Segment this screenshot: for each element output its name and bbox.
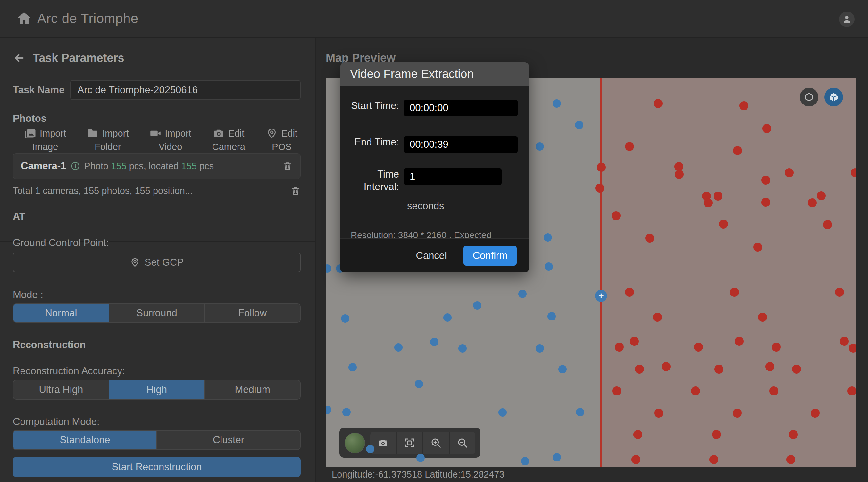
- total-summary-row: Total 1 cameras, 155 photos, 155 positio…: [13, 185, 301, 196]
- start-time-input[interactable]: [404, 100, 518, 116]
- photo-point-blue: [544, 233, 552, 242]
- accuracy-option-high[interactable]: High: [109, 380, 205, 399]
- mode-option-surround[interactable]: Surround: [109, 304, 205, 322]
- photo-point-blue: [366, 445, 374, 453]
- video-frame-extraction-dialog: Video Frame Extraction Start Time: End T…: [340, 63, 529, 272]
- photo-point-red: [762, 124, 771, 133]
- photo-point-red: [733, 409, 742, 418]
- photo-point-red: [817, 191, 826, 200]
- photos-heading: Photos: [13, 113, 301, 124]
- dialog-header: Video Frame Extraction: [340, 63, 529, 86]
- import-image-button[interactable]: Import Image: [24, 128, 66, 152]
- task-name-input[interactable]: [70, 80, 301, 100]
- edit-camera-button[interactable]: Edit Camera: [212, 128, 245, 152]
- photo-point-red: [704, 198, 713, 207]
- photo-point-blue: [536, 142, 544, 151]
- layers-hexagon-button[interactable]: [800, 88, 818, 106]
- computation-option-standalone[interactable]: Standalone: [13, 431, 157, 449]
- task-parameters-panel: Task Parameters Task Name Photos Import …: [0, 38, 316, 482]
- photo-point-blue: [416, 454, 425, 462]
- computation-mode-label: Computation Mode:: [13, 416, 301, 427]
- confirm-button[interactable]: Confirm: [464, 246, 517, 266]
- photo-point-red: [808, 198, 817, 207]
- mode-label: Mode :: [13, 289, 301, 300]
- divider-line: [600, 78, 602, 467]
- photo-point-red: [709, 455, 718, 464]
- panel-header: Task Parameters: [13, 51, 301, 65]
- photo-point-red: [792, 365, 801, 374]
- photo-point-blue: [430, 338, 438, 346]
- mode-segmented-control: Normal Surround Follow: [13, 303, 301, 323]
- photo-point-red: [595, 184, 604, 193]
- zoom-in-button[interactable]: [423, 432, 450, 454]
- photo-actions: Import Image Import Folder Import Video …: [13, 128, 301, 152]
- photo-point-red: [633, 430, 642, 439]
- photo-point-red: [694, 343, 703, 352]
- photo-point-red: [786, 455, 795, 464]
- photo-point-red: [835, 288, 844, 297]
- snapshot-camera-button[interactable]: [370, 432, 397, 454]
- red-zone-overlay: [601, 78, 856, 467]
- start-time-label: Start Time:: [340, 100, 399, 116]
- photo-point-blue: [341, 314, 349, 323]
- set-gcp-button[interactable]: Set GCP: [13, 253, 301, 272]
- reconstruction-heading: Reconstruction: [13, 339, 301, 351]
- cancel-button[interactable]: Cancel: [416, 250, 447, 261]
- pin-icon: [266, 128, 278, 139]
- home-icon[interactable]: [17, 11, 31, 26]
- basemap-thumbnail[interactable]: [345, 432, 365, 453]
- photo-point-blue: [498, 408, 507, 417]
- dialog-title: Video Frame Extraction: [350, 67, 474, 81]
- time-interval-row: Time Interval:: [340, 168, 529, 193]
- mode-option-normal[interactable]: Normal: [13, 304, 109, 322]
- photo-point-blue: [326, 406, 332, 414]
- time-interval-label: Time Interval:: [340, 168, 399, 193]
- photo-point-blue: [458, 344, 467, 353]
- task-name-row: Task Name: [13, 80, 301, 100]
- dialog-footer: Cancel Confirm: [340, 238, 529, 272]
- photo-point-blue: [576, 408, 584, 416]
- time-interval-input[interactable]: [404, 168, 502, 185]
- edit-pos-button[interactable]: Edit POS: [266, 128, 298, 152]
- photo-point-red: [631, 455, 641, 464]
- photo-point-red: [769, 386, 778, 395]
- accuracy-option-ultra-high[interactable]: Ultra High: [13, 380, 109, 399]
- camera-list-item[interactable]: Camera-1 Photo 155 pcs, located 155 pcs: [13, 153, 301, 179]
- photo-point-red: [691, 386, 700, 395]
- back-icon[interactable]: [13, 52, 26, 64]
- start-reconstruction-button[interactable]: Start Reconstruction: [13, 457, 301, 477]
- photo-point-red: [847, 386, 856, 395]
- end-time-row: End Time:: [340, 136, 529, 153]
- photo-point-red: [654, 409, 663, 418]
- import-folder-button[interactable]: Import Folder: [87, 128, 128, 152]
- mode-option-follow[interactable]: Follow: [205, 304, 300, 322]
- delete-camera-icon[interactable]: [282, 161, 292, 171]
- end-time-input[interactable]: [404, 136, 518, 153]
- photo-point-blue: [521, 457, 529, 465]
- accuracy-option-medium[interactable]: Medium: [205, 380, 300, 399]
- computation-option-cluster[interactable]: Cluster: [157, 431, 300, 449]
- photo-point-red: [615, 343, 624, 352]
- user-avatar[interactable]: [839, 11, 855, 27]
- photo-point-red: [625, 142, 634, 151]
- delete-all-icon[interactable]: [290, 185, 301, 196]
- photo-point-red: [612, 386, 621, 395]
- photo-point-red: [635, 365, 644, 374]
- photo-point-blue: [575, 121, 583, 129]
- zoom-out-button[interactable]: [450, 432, 476, 454]
- fit-extent-button[interactable]: [397, 432, 424, 454]
- map-toolbar: [339, 428, 480, 458]
- photo-point-blue: [342, 408, 351, 416]
- photo-point-red: [625, 288, 634, 297]
- photo-point-red: [612, 211, 621, 220]
- view-3d-cube-button[interactable]: [825, 88, 843, 106]
- photo-point-blue: [415, 380, 423, 388]
- end-time-label: End Time:: [340, 136, 399, 153]
- photo-point-red: [733, 146, 742, 155]
- folder-icon: [87, 128, 98, 139]
- photo-point-red: [823, 220, 832, 229]
- accuracy-segmented-control: Ultra High High Medium: [13, 380, 301, 399]
- position-marker[interactable]: +: [595, 290, 607, 302]
- interval-unit-label: seconds: [407, 200, 529, 212]
- import-video-button[interactable]: Import Video: [150, 128, 191, 152]
